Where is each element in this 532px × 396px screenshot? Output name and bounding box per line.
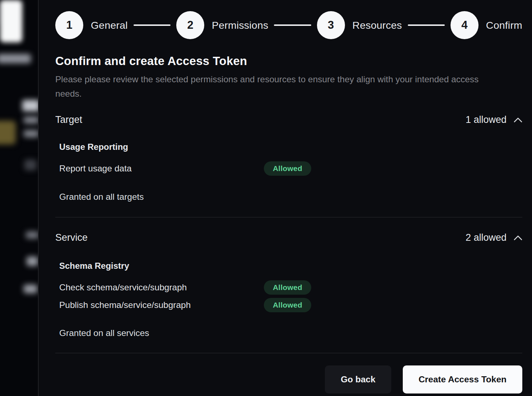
step-label: Permissions [212,19,268,31]
stepper-step-general[interactable]: 1 General [55,11,128,39]
modal-footer: Go back Create Access Token [55,365,522,393]
stepper-step-confirm[interactable]: 4 Confirm [451,11,522,39]
blurred-white-card [0,0,22,42]
footer-divider [55,353,522,353]
blurred-icon [24,160,37,170]
blurred-body-text [24,130,38,137]
status-badge: Allowed [264,280,311,295]
step-number: 4 [461,19,467,32]
service-allowed-count: 2 allowed [466,232,507,243]
permission-label: Publish schema/service/subgraph [59,300,264,310]
step-connector-line [408,24,445,26]
step-connector-line [274,24,311,26]
target-section: Target 1 allowed Usage Reporting Report … [55,114,522,202]
stepper: 1 General 2 Permissions 3 Resources 4 Co… [55,11,522,39]
blurred-sidebar-text [0,54,31,63]
permission-group-title: Schema Registry [59,261,522,271]
permission-row: Check schema/service/subgraph Allowed [59,280,522,295]
target-allowed-count: 1 allowed [466,114,507,125]
target-collapse-toggle[interactable]: 1 allowed [466,114,522,125]
page-title: Confirm and create Access Token [55,54,522,68]
status-badge: Allowed [264,298,311,312]
permission-group-title: Usage Reporting [59,142,522,152]
section-title-target: Target [55,114,82,125]
status-badge: Allowed [264,161,311,176]
section-title-service: Service [55,232,88,243]
go-back-button[interactable]: Go back [325,365,391,393]
permission-row: Report usage data Allowed [59,161,522,176]
permission-label: Report usage data [59,164,264,174]
chevron-up-icon [514,118,522,123]
stepper-step-resources[interactable]: 3 Resources [317,11,402,39]
create-access-token-modal: 1 General 2 Permissions 3 Resources 4 Co… [38,0,532,396]
background-page [0,0,38,396]
granted-scope-text: Granted on all services [59,328,522,338]
permission-label: Check schema/service/subgraph [59,282,264,293]
step-number-circle: 2 [176,11,204,39]
step-connector-line [134,24,171,26]
stepper-step-permissions[interactable]: 2 Permissions [176,11,268,39]
step-number-circle: 4 [451,11,479,39]
permission-row: Publish schema/service/subgraph Allowed [59,298,522,312]
chevron-up-icon [514,235,522,240]
step-number-circle: 3 [317,11,345,39]
step-number: 3 [328,19,334,32]
step-number-circle: 1 [55,11,83,39]
page-subtitle: Please please review the selected permis… [55,72,500,101]
section-divider [55,217,522,217]
granted-scope-text: Granted on all targets [59,192,522,202]
service-collapse-toggle[interactable]: 2 allowed [466,232,522,243]
step-label: Resources [353,19,402,31]
create-access-token-button[interactable]: Create Access Token [403,365,522,393]
step-label: Confirm [486,19,522,31]
blurred-label-text [27,257,38,266]
step-label: General [91,19,128,31]
service-section: Service 2 allowed Schema Registry Check … [55,232,522,338]
step-number: 2 [187,19,193,32]
blurred-label-text [24,285,37,293]
blurred-label-text [26,231,38,239]
step-number: 1 [66,19,72,32]
blurred-body-text [24,116,38,124]
blurred-accent-shape [0,121,16,144]
blurred-heading-text [22,100,38,111]
